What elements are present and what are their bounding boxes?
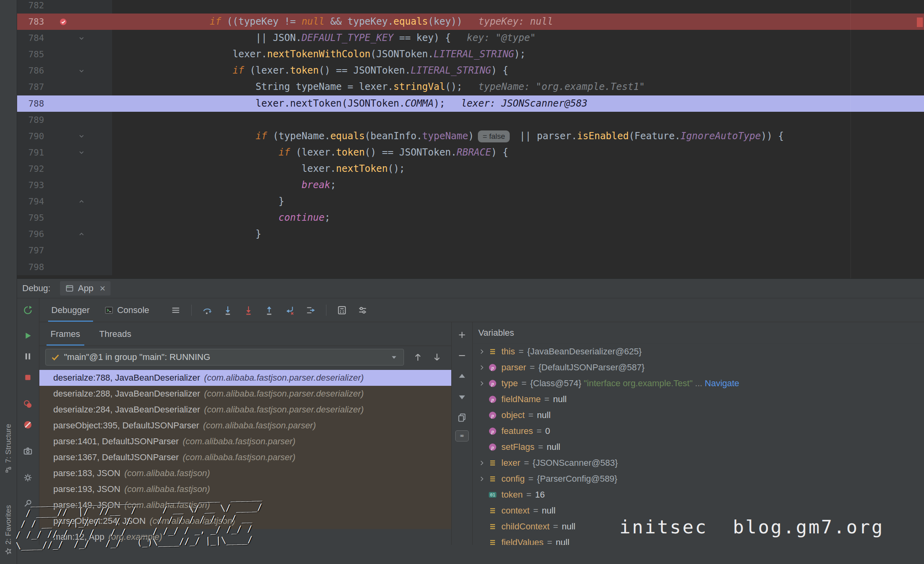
variable-row[interactable]: lexer={JSONScanner@583} [473, 455, 924, 471]
evaluate-expression-icon[interactable] [337, 305, 347, 315]
stack-frame-row[interactable]: deserialze:788, JavaBeanDeserializer(com… [39, 370, 451, 386]
code-line-793: 793 break; [17, 177, 924, 193]
tab-frames[interactable]: Frames [43, 322, 88, 346]
stack-frame-row[interactable]: parse:183, JSON(com.alibaba.fastjson) [39, 465, 451, 481]
tab-console[interactable]: Console [97, 298, 157, 322]
fold-up-icon[interactable] [77, 230, 86, 239]
editor-gutter: 786 [17, 62, 112, 79]
variable-row[interactable]: pfeatures=0 [473, 423, 924, 439]
breakpoint-icon[interactable] [59, 18, 68, 26]
code-token: () == JSONToken. [365, 147, 456, 158]
stack-frame-row[interactable]: deserialze:284, JavaBeanDeserializer(com… [39, 402, 451, 418]
expand-slot[interactable] [476, 364, 488, 371]
fold-slot[interactable] [74, 132, 89, 140]
toolbar-separator [326, 305, 326, 316]
tree-chevron-icon[interactable] [478, 364, 486, 371]
menu-icon[interactable] [171, 305, 181, 315]
code-token: ); [514, 49, 526, 60]
code-token: String typeName = lexer. [256, 81, 394, 92]
thread-selector[interactable]: "main"@1 in group "main": RUNNING [45, 349, 404, 366]
duplicate-icon[interactable] [457, 412, 467, 423]
move-up-icon[interactable] [457, 371, 467, 381]
fold-slot[interactable] [74, 148, 89, 157]
expand-slot[interactable] [476, 348, 488, 356]
fold-down-icon[interactable] [77, 34, 86, 43]
code-line-796: 796 } [17, 226, 924, 242]
tab-threads[interactable]: Threads [91, 322, 140, 346]
fold-slot[interactable] [74, 230, 89, 239]
thread-selector-row: "main"@1 in group "main": RUNNING [39, 346, 451, 368]
tab-debugger[interactable]: Debugger [44, 298, 97, 322]
variable-value: "interface org.example.Test" [584, 378, 693, 389]
fold-up-icon[interactable] [77, 197, 86, 206]
svg-text:p: p [491, 428, 494, 434]
stack-frame-row[interactable]: parseObject:395, DefaultJSONParser(com.a… [39, 418, 451, 434]
navigate-link[interactable]: Navigate [705, 378, 740, 389]
line-number: 791 [17, 144, 44, 161]
stack-frame-row[interactable]: parse:1367, DefaultJSONParser(com.alibab… [39, 449, 451, 465]
pause-icon[interactable] [23, 351, 33, 362]
stack-frame-row[interactable]: deserialze:288, JavaBeanDeserializer(com… [39, 386, 451, 402]
rerun-icon[interactable] [23, 305, 33, 315]
fold-slot[interactable] [74, 66, 89, 75]
add-icon[interactable] [457, 330, 467, 340]
force-step-into-icon[interactable] [243, 305, 254, 315]
fold-down-icon[interactable] [77, 66, 86, 75]
tree-chevron-icon[interactable] [478, 475, 486, 483]
tree-chevron-icon[interactable] [478, 379, 486, 387]
code-editor[interactable]: 782783 if ((typeKey != null && typeKey.e… [17, 0, 924, 278]
previous-frame-icon[interactable] [413, 352, 423, 362]
settings-icon[interactable] [23, 473, 33, 483]
run-config-tab-app[interactable]: App ✕ [60, 281, 111, 296]
layout-settings-icon[interactable] [357, 305, 368, 315]
code-token: null [301, 16, 324, 27]
chevron-down-icon[interactable] [389, 352, 399, 362]
variable-name: config [501, 474, 525, 484]
toolwindow-structure-button[interactable]: 7: Structure [0, 406, 17, 473]
step-out-icon[interactable] [264, 305, 274, 315]
variable-row[interactable]: pparser={DefaultJSONParser@587} [473, 360, 924, 375]
step-over-icon[interactable] [202, 305, 212, 315]
next-frame-icon[interactable] [432, 352, 442, 362]
fold-down-icon[interactable] [77, 148, 86, 157]
thread-dump-icon[interactable] [23, 446, 33, 456]
close-tab-icon[interactable]: ✕ [99, 284, 106, 293]
resume-icon[interactable] [23, 331, 33, 341]
equals-sign: = [524, 458, 529, 468]
tree-chevron-icon[interactable] [478, 459, 486, 467]
breakpoint-slot[interactable] [53, 18, 74, 26]
code-token: } [256, 228, 261, 239]
editor-gutter: 783 [17, 14, 112, 30]
variable-row[interactable]: pobject=null [473, 407, 924, 423]
drop-frame-icon[interactable] [285, 305, 295, 315]
move-down-icon[interactable] [457, 392, 467, 402]
expand-slot[interactable] [476, 475, 488, 483]
variable-row[interactable]: ptype={Class@574} "interface org.example… [473, 375, 924, 391]
stop-icon[interactable] [23, 372, 33, 383]
stack-frame-row[interactable]: parse:1401, DefaultJSONParser(com.alibab… [39, 434, 451, 449]
fold-slot[interactable] [74, 197, 89, 206]
variable-row[interactable]: pfieldName=null [473, 391, 924, 407]
code-token: } [279, 196, 284, 207]
variable-row[interactable]: this={JavaBeanDeserializer@625} [473, 344, 924, 360]
run-to-cursor-icon[interactable] [305, 305, 316, 315]
fold-slot[interactable] [74, 34, 89, 43]
expand-slot[interactable] [476, 459, 488, 467]
right-margin-guide [850, 0, 851, 278]
view-breakpoints-icon[interactable] [23, 399, 33, 409]
code-token: RBRACE [457, 147, 491, 158]
show-watches-toggle[interactable]: ∞ [455, 430, 469, 441]
code-token: isEnabled [577, 130, 629, 142]
variable-row[interactable]: config={ParserConfig@589} [473, 471, 924, 487]
fold-down-icon[interactable] [77, 132, 86, 140]
variable-value: null [553, 394, 567, 405]
variable-row[interactable]: psetFlags=null [473, 439, 924, 455]
remove-icon[interactable] [457, 350, 467, 361]
step-into-icon[interactable] [223, 305, 233, 315]
tree-chevron-icon[interactable] [478, 348, 486, 356]
expand-slot[interactable] [476, 379, 488, 387]
mute-breakpoints-icon[interactable] [23, 420, 33, 430]
code-token: (); [388, 163, 405, 174]
variable-row[interactable]: 01token=16 [473, 487, 924, 503]
error-stripe-breakpoint-mark[interactable] [917, 18, 923, 27]
